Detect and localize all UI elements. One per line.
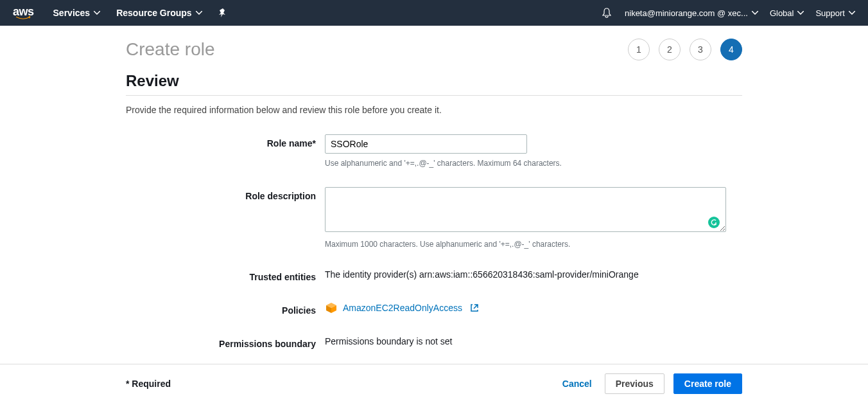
pin-icon[interactable] xyxy=(218,8,227,17)
role-description-input[interactable] xyxy=(325,187,726,232)
section-title-review: Review xyxy=(126,72,742,90)
chevron-down-icon xyxy=(196,11,202,15)
region-label: Global xyxy=(770,8,794,18)
account-menu[interactable]: niketa@miniorange.com @ xec... xyxy=(625,8,758,18)
wizard-steps: 1 2 3 4 xyxy=(628,39,742,60)
support-menu[interactable]: Support xyxy=(815,8,855,18)
trusted-entities-label: Trusted entities xyxy=(126,268,325,282)
role-description-label: Role description xyxy=(126,187,325,201)
bell-icon[interactable] xyxy=(602,8,612,18)
cancel-button[interactable]: Cancel xyxy=(562,379,592,389)
role-name-input[interactable] xyxy=(325,134,527,154)
create-role-button[interactable]: Create role xyxy=(673,373,742,394)
permissions-boundary-value: Permissions boundary is not set xyxy=(325,335,742,346)
policies-label: Policies xyxy=(126,301,325,316)
chevron-down-icon xyxy=(797,11,804,15)
policy-link[interactable]: AmazonEC2ReadOnlyAccess xyxy=(343,303,462,313)
aws-logo[interactable]: aws xyxy=(13,6,34,20)
chevron-down-icon xyxy=(752,11,758,15)
services-label: Services xyxy=(53,8,91,18)
step-2[interactable]: 2 xyxy=(659,39,681,60)
support-label: Support xyxy=(815,8,845,18)
services-menu[interactable]: Services xyxy=(53,8,101,18)
role-name-label: Role name* xyxy=(126,134,325,148)
step-1[interactable]: 1 xyxy=(628,39,650,60)
step-3[interactable]: 3 xyxy=(690,39,711,60)
chevron-down-icon xyxy=(849,11,855,15)
policy-cube-icon xyxy=(325,301,338,314)
resource-groups-menu[interactable]: Resource Groups xyxy=(116,8,202,18)
previous-button[interactable]: Previous xyxy=(605,373,664,394)
role-description-hint: Maximum 1000 characters. Use alphanumeri… xyxy=(325,240,742,249)
trusted-entities-value: The identity provider(s) arn:aws:iam::65… xyxy=(325,268,742,280)
account-label: niketa@miniorange.com @ xec... xyxy=(625,8,748,18)
footer-bar: * Required Cancel Previous Create role xyxy=(0,364,868,403)
region-menu[interactable]: Global xyxy=(770,8,804,18)
required-note: * Required xyxy=(126,379,171,389)
aws-swoosh-icon xyxy=(13,16,33,20)
grammarly-icon[interactable] xyxy=(708,217,720,228)
divider xyxy=(126,95,742,96)
resource-groups-label: Resource Groups xyxy=(116,8,191,18)
top-nav: aws Services Resource Groups niketa@mini… xyxy=(0,0,868,26)
page-title: Create role xyxy=(126,39,215,60)
external-link-icon[interactable] xyxy=(470,303,479,312)
review-subtext: Provide the required information below a… xyxy=(126,105,742,115)
step-4[interactable]: 4 xyxy=(720,39,742,60)
chevron-down-icon xyxy=(94,11,100,15)
permissions-boundary-label: Permissions boundary xyxy=(126,335,325,349)
role-name-hint: Use alphanumeric and '+=,.@-_' character… xyxy=(325,159,742,168)
